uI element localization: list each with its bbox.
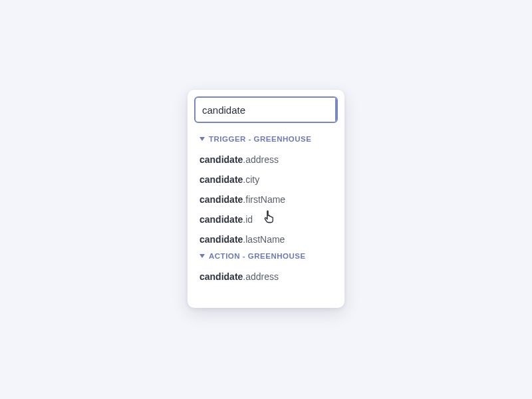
section-label: Trigger - Greenhouse (209, 135, 311, 143)
list-item[interactable]: candidate.id (200, 209, 332, 229)
list-item[interactable]: candidate.address (200, 150, 332, 170)
list-item[interactable]: candidate.firstName (200, 190, 332, 209)
search-input[interactable] (196, 98, 335, 122)
section-label: Action - Greenhouse (209, 252, 306, 260)
section-header-trigger[interactable]: Trigger - Greenhouse (200, 135, 332, 143)
variable-picker-panel: Trigger - Greenhouse candidate.address c… (188, 90, 344, 308)
chevron-down-icon (200, 137, 205, 141)
search-row (194, 96, 338, 123)
search-icon (336, 104, 338, 116)
results-list: Trigger - Greenhouse candidate.address c… (194, 123, 338, 308)
search-button[interactable] (335, 98, 338, 122)
list-item[interactable]: candidate.city (200, 170, 332, 190)
chevron-down-icon (200, 254, 205, 258)
list-item[interactable]: candidate.lastName (200, 229, 332, 249)
list-item[interactable]: candidate.address (200, 267, 332, 287)
section-header-action[interactable]: Action - Greenhouse (200, 252, 332, 260)
